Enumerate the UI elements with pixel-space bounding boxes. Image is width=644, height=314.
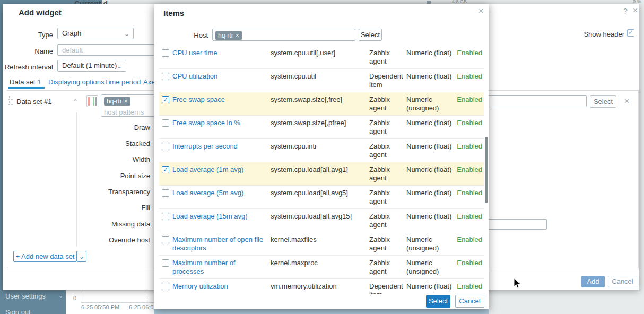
item-checkbox[interactable] [162,119,169,127]
width-label: Width [82,155,150,163]
item-checkbox[interactable] [162,166,169,173]
item-type: Numeric (float) [406,142,458,151]
tab-time-period[interactable]: Time period [105,78,141,86]
item-checkbox[interactable] [162,189,169,197]
mouse-cursor [514,278,521,291]
host-select-button[interactable]: Select [359,29,382,41]
item-type: Numeric (unsigned) [406,95,458,112]
item-name-link[interactable]: Maximum number of open file descriptors [172,235,264,252]
item-name-link[interactable]: Load average (5m avg) [172,189,264,197]
item-checkbox[interactable] [162,73,169,80]
item-status-badge: Enabled [457,95,482,104]
item-checkbox[interactable] [162,96,169,103]
chip-remove-icon[interactable]: × [236,32,239,39]
item-source: Zabbix agent [369,189,403,206]
host-label: Host [186,31,208,39]
item-key: vm.memory.utilization [271,282,366,291]
show-header-label: Show header [554,30,624,38]
item-name-link[interactable]: Memory utilization [172,282,264,291]
item-row: Load average (5m avg) system.cpu.load[al… [159,186,484,209]
host-patterns-placeholder: host patterns [104,107,157,118]
item-status-badge: Enabled [457,259,482,267]
item-checkbox[interactable] [162,213,169,220]
item-type: Numeric (float) [406,49,458,57]
item-name-link[interactable]: Free swap space [172,95,264,104]
active-tab-underline [8,87,45,89]
tab-displaying-options[interactable]: Displaying options [48,78,105,86]
item-checkbox[interactable] [162,236,169,243]
item-row: Free swap space system.swap.size[,free] … [159,92,484,116]
modal-cancel-button[interactable]: Cancel [455,295,484,308]
item-type: Numeric (float) [406,72,458,81]
fill-label: Fill [82,204,150,212]
tab-data-set[interactable]: Data set1 [10,78,41,86]
item-name-link[interactable]: Load average (15m avg) [172,212,264,221]
item-key: system.cpu.intr [271,142,366,151]
color-palette-swatch[interactable] [86,95,98,107]
item-name-link[interactable]: CPU user time [172,49,264,57]
add-new-data-set-button[interactable]: + Add new data set [13,251,77,262]
chip-remove-icon[interactable]: × [124,98,128,105]
widget-placeholder-sliver [154,309,489,314]
item-type: Numeric (float) [406,189,458,197]
close-icon[interactable]: × [478,7,483,15]
item-source: Zabbix agent [369,119,403,136]
add-button[interactable]: Add [581,276,605,287]
sidebar-item-sign-out[interactable]: Sign out [5,308,31,314]
help-icon[interactable]: ? [623,7,628,15]
override-host-label: Override host [82,236,150,244]
close-icon[interactable]: × [633,7,638,14]
item-name-link[interactable]: Load average (1m avg) [172,165,264,174]
item-key: kernel.maxproc [271,259,366,267]
item-checkbox[interactable] [162,143,169,150]
screen: User settings ⌄ Sign out Current d 4.8 G… [0,0,644,314]
transparency-label: Transparency [82,188,150,196]
item-name-link[interactable]: CPU utilization [172,72,264,81]
host-patterns-input[interactable]: hq-rtr× host patterns [101,94,160,117]
plus-icon: + [16,252,20,260]
show-header-checkbox[interactable] [627,29,634,37]
item-row: Free swap space in % system.swap.size[,p… [159,116,484,139]
drag-handle-icon[interactable] [8,95,13,105]
item-status-badge: Enabled [457,212,482,221]
item-source: Zabbix agent [369,212,403,229]
host-filter-input[interactable]: hq-rtr× [212,29,355,41]
item-row: Load average (15m avg) system.cpu.load[a… [159,209,484,232]
item-row: CPU utilization system.cpu.util Dependen… [159,69,484,92]
chevron-down-icon: ⌄ [58,292,63,299]
item-status-badge: Enabled [457,282,482,291]
page-title-sliver: Current d [74,0,154,4]
item-row: Memory utilization vm.memory.utilization… [159,279,484,294]
type-select[interactable]: Graph ⌄ [57,28,134,39]
item-row: Interrupts per second system.cpu.intr Za… [159,139,484,162]
sidebar-item-user-settings[interactable]: User settings [5,292,46,300]
item-name-link[interactable]: Maximum number of processes [172,259,264,276]
refresh-interval-select[interactable]: Default (1 minute) ⌄ [57,60,126,72]
point-size-label: Point size [82,172,150,180]
scrollbar-thumb[interactable] [485,137,488,203]
form-input[interactable] [482,219,547,230]
item-row: CPU user time system.cpu.util[,user] Zab… [159,46,484,69]
graph-y-zero-label: 0 [73,295,76,301]
item-name-link[interactable]: Interrupts per second [172,142,264,151]
chevron-down-icon: ⌄ [117,61,122,72]
name-label: Name [3,47,53,55]
item-status-badge: Enabled [457,142,482,151]
items-modal: Items × Host hq-rtr× Select CPU user tim… [154,4,489,309]
item-checkbox[interactable] [162,283,169,290]
item-key: system.cpu.load[all,avg1] [271,165,366,174]
cancel-button[interactable]: Cancel [608,276,637,287]
remove-data-set-icon[interactable]: × [624,98,629,105]
item-type: Numeric (float) [406,282,458,291]
select-button[interactable]: Select [426,295,450,308]
add-data-set-dropdown-button[interactable]: ⌄ [77,251,86,262]
draw-label: Draw [82,124,150,132]
refresh-interval-value: Default (1 minute) [62,62,117,69]
item-key: system.swap.size[,free] [271,95,366,104]
item-checkbox[interactable] [162,259,169,267]
chevron-up-icon[interactable]: ⌃ [72,98,79,106]
item-patterns-select-button[interactable]: Select [590,95,616,108]
item-checkbox[interactable] [162,49,169,57]
item-name-link[interactable]: Free swap space in % [172,119,264,127]
item-source: Zabbix agent [369,235,403,252]
